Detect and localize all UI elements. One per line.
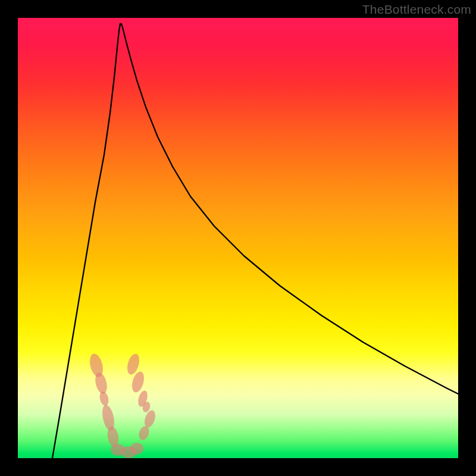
chart-frame: TheBottleneck.com — [0, 0, 476, 476]
data-point-cluster — [87, 352, 157, 458]
watermark-text: TheBottleneck.com — [362, 2, 471, 17]
curves-svg — [18, 18, 458, 458]
svg-point-13 — [130, 443, 143, 455]
plot-area — [18, 18, 458, 458]
bottleneck-curve — [52, 24, 458, 458]
svg-point-2 — [98, 391, 109, 407]
